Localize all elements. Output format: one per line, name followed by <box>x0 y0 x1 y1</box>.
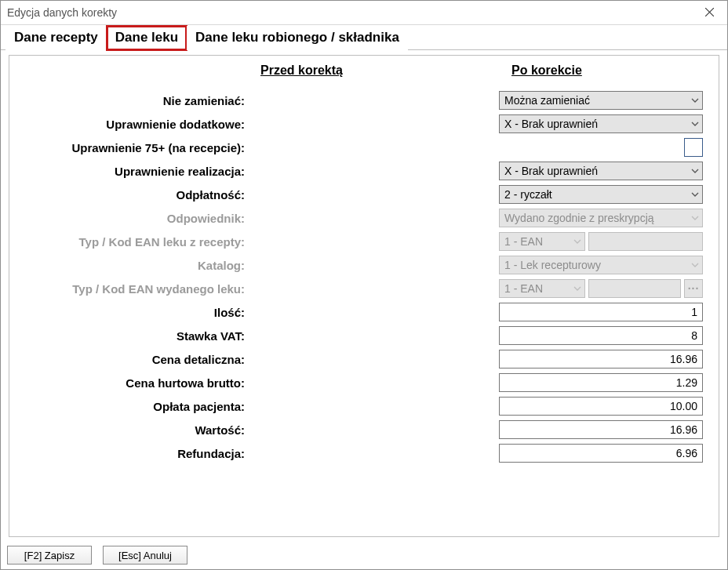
input-wartosc[interactable]: 16.96 <box>499 420 703 439</box>
label-cena-detaliczna: Cena detaliczna: <box>17 353 248 366</box>
value: 8 <box>691 329 697 342</box>
label-uprawnienie-75: Uprawnienie 75+ (na recepcie): <box>17 141 248 154</box>
label-oplata-pacjenta: Opłata pacjenta: <box>17 400 248 413</box>
label-typ-ean-recepty: Typ / Kod EAN leku z recepty: <box>17 235 248 249</box>
label-cena-hurtowa: Cena hurtowa brutto: <box>17 376 248 390</box>
select-typ-ean-recepty: 1 - EAN <box>499 232 585 251</box>
value: 6.96 <box>676 447 697 459</box>
select-value: X - Brak uprawnień <box>504 165 688 177</box>
chevron-down-icon <box>570 286 584 291</box>
chevron-down-icon <box>688 98 702 103</box>
input-cena-detaliczna[interactable]: 16.96 <box>499 350 703 369</box>
select-katalog: 1 - Lek recepturowy <box>499 256 703 274</box>
footer: [F2] Zapisz [Esc] Anuluj <box>1 541 727 569</box>
tab-dane-leku[interactable]: Dane leku <box>107 26 187 50</box>
select-nie-zamieniac[interactable]: Można zamieniać <box>499 91 703 110</box>
select-odpowiednik: Wydano zgodnie z preskrypcją <box>499 209 703 227</box>
chevron-down-icon <box>688 169 702 173</box>
input-uprawnienie-75[interactable] <box>684 138 703 157</box>
select-odplatnosc[interactable]: 2 - ryczałt <box>499 185 703 204</box>
label-typ-ean-wydanego: Typ / Kod EAN wydanego leku: <box>17 282 248 296</box>
input-kod-ean-wydanego <box>588 279 681 298</box>
chevron-down-icon <box>688 263 702 267</box>
chevron-down-icon <box>688 192 702 197</box>
input-kod-ean-recepty <box>588 232 703 251</box>
value: 1.29 <box>676 376 697 389</box>
label-uprawnienie-dodatkowe: Uprawnienie dodatkowe: <box>17 118 248 131</box>
window-title: Edycja danych korekty <box>7 6 692 19</box>
select-value: 1 - Lek recepturowy <box>504 259 688 271</box>
chevron-down-icon <box>688 122 702 126</box>
input-oplata-pacjenta[interactable]: 10.00 <box>499 397 703 416</box>
chevron-down-icon <box>688 216 702 220</box>
label-stawka-vat: Stawka VAT: <box>17 329 248 343</box>
input-refundacja[interactable]: 6.96 <box>499 444 703 463</box>
content-outer: Przed korektą Po korekcie Nie zamieniać:… <box>1 50 727 541</box>
value: 16.96 <box>670 423 697 436</box>
label-katalog: Katalog: <box>17 259 248 272</box>
cancel-button[interactable]: [Esc] Anuluj <box>103 546 187 565</box>
select-value: Wydano zgodnie z preskrypcją <box>504 212 688 224</box>
label-nie-zamieniac: Nie zamieniać: <box>17 94 248 107</box>
titlebar: Edycja danych korekty <box>1 1 727 25</box>
browse-ean-button: ··· <box>684 279 703 298</box>
value: 16.96 <box>670 353 697 365</box>
label-wartosc: Wartość: <box>17 423 248 437</box>
select-uprawnienie-realizacja[interactable]: X - Brak uprawnień <box>499 162 703 180</box>
column-headers: Przed korektą Po korekcie <box>17 64 703 78</box>
save-button[interactable]: [F2] Zapisz <box>7 546 92 565</box>
select-uprawnienie-dodatkowe[interactable]: X - Brak uprawnień <box>499 114 703 133</box>
chevron-down-icon <box>570 239 584 244</box>
input-ilosc[interactable]: 1 <box>499 303 703 321</box>
value: 10.00 <box>670 400 697 412</box>
window: Edycja danych korekty Dane recepty Dane … <box>0 0 728 570</box>
ellipsis-icon: ··· <box>688 282 700 295</box>
label-odpowiednik: Odpowiednik: <box>17 212 248 225</box>
label-odplatnosc: Odpłatność: <box>17 188 248 201</box>
close-button[interactable] <box>692 1 727 24</box>
tab-dane-recepty[interactable]: Dane recepty <box>5 26 107 50</box>
select-value: 1 - EAN <box>504 235 570 248</box>
label-uprawnienie-realizacja: Uprawnienie realizacja: <box>17 165 248 178</box>
label-refundacja: Refundacja: <box>17 447 248 460</box>
content-panel: Przed korektą Po korekcie Nie zamieniać:… <box>9 55 719 537</box>
input-cena-hurtowa[interactable]: 1.29 <box>499 373 703 392</box>
header-przed-korekta: Przed korektą <box>260 64 370 78</box>
select-typ-ean-wydanego: 1 - EAN <box>499 279 585 298</box>
close-icon <box>705 6 714 19</box>
select-value: X - Brak uprawnień <box>504 118 688 130</box>
input-stawka-vat[interactable]: 8 <box>499 326 703 345</box>
tab-dane-leku-robionego[interactable]: Dane leku robionego / składnika <box>187 26 408 50</box>
tab-strip: Dane recepty Dane leku Dane leku robione… <box>1 25 727 50</box>
header-po-korekcie: Po korekcie <box>511 64 582 78</box>
value: 1 <box>691 306 697 318</box>
select-value: Można zamieniać <box>504 94 688 107</box>
label-ilosc: Ilość: <box>17 306 248 319</box>
select-value: 1 - EAN <box>504 282 570 295</box>
select-value: 2 - ryczałt <box>504 188 688 201</box>
